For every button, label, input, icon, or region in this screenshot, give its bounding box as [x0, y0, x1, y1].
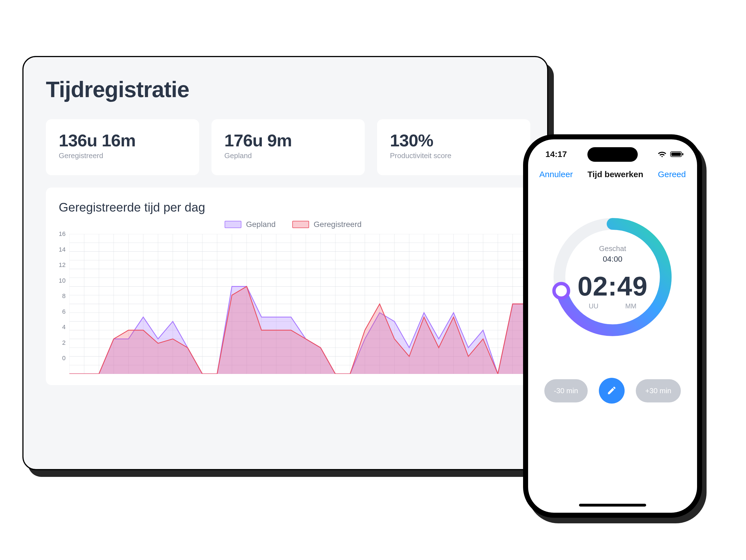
svg-rect-51	[682, 153, 683, 155]
chart-y-axis: 0246810121416	[59, 234, 69, 374]
stat-registered-label: Geregistreerd	[59, 151, 186, 160]
status-time: 14:17	[545, 149, 567, 159]
stat-registered-value: 136u 16m	[59, 131, 186, 150]
estimated-label: Geschat	[599, 244, 626, 253]
legend-label-planned: Gepland	[246, 220, 276, 229]
legend-item-registered: Geregistreerd	[292, 220, 362, 229]
cancel-button[interactable]: Annuleer	[539, 170, 573, 179]
stat-score-value: 130%	[390, 131, 517, 150]
done-button[interactable]: Gereed	[658, 170, 686, 179]
wifi-icon	[657, 151, 667, 158]
svg-rect-50	[671, 152, 681, 156]
battery-icon	[670, 151, 684, 158]
chart-card: Geregistreerde tijd per dag Gepland Gere…	[46, 188, 530, 385]
timer-dial[interactable]: Geschat 04:00 02:49 UU MM	[548, 213, 677, 341]
legend-item-planned: Gepland	[225, 220, 276, 229]
stat-planned-value: 176u 9m	[224, 131, 352, 150]
estimated-value: 04:00	[603, 255, 622, 263]
minus-30-button[interactable]: -30 min	[544, 379, 588, 402]
timer-button-row: -30 min +30 min	[528, 378, 697, 403]
timer-value: 02:49	[578, 271, 648, 302]
plus-30-button[interactable]: +30 min	[636, 379, 681, 402]
stat-planned-label: Gepland	[224, 151, 352, 160]
stat-score-label: Productiviteit score	[390, 151, 517, 160]
dashboard-card: Tijdregistratie 136u 16m Geregistreerd 1…	[22, 56, 548, 470]
nav-title: Tijd bewerken	[587, 170, 643, 179]
dynamic-island	[587, 147, 638, 162]
edit-button[interactable]	[599, 378, 625, 403]
stat-planned-card: 176u 9m Gepland	[211, 119, 365, 175]
pencil-icon	[607, 385, 617, 396]
home-indicator	[579, 504, 646, 507]
time-per-day-chart	[69, 234, 527, 374]
nav-bar: Annuleer Tijd bewerken Gereed	[528, 159, 697, 182]
hours-unit-label: UU	[589, 302, 599, 310]
stat-row: 136u 16m Geregistreerd 176u 9m Gepland 1…	[46, 119, 530, 175]
page-title: Tijdregistratie	[46, 77, 530, 103]
minutes-unit-label: MM	[625, 302, 636, 310]
phone-mockup: 14:17 Annuleer Tijd bewerken Gereed	[523, 134, 702, 518]
stat-registered-card: 136u 16m Geregistreerd	[46, 119, 199, 175]
legend-swatch-planned-icon	[225, 221, 241, 228]
chart-title: Geregistreerde tijd per dag	[59, 200, 527, 214]
legend-label-registered: Geregistreerd	[314, 220, 362, 229]
chart-legend: Gepland Geregistreerd	[59, 220, 527, 229]
stat-score-card: 130% Productiviteit score	[377, 119, 530, 175]
legend-swatch-registered-icon	[292, 221, 309, 228]
